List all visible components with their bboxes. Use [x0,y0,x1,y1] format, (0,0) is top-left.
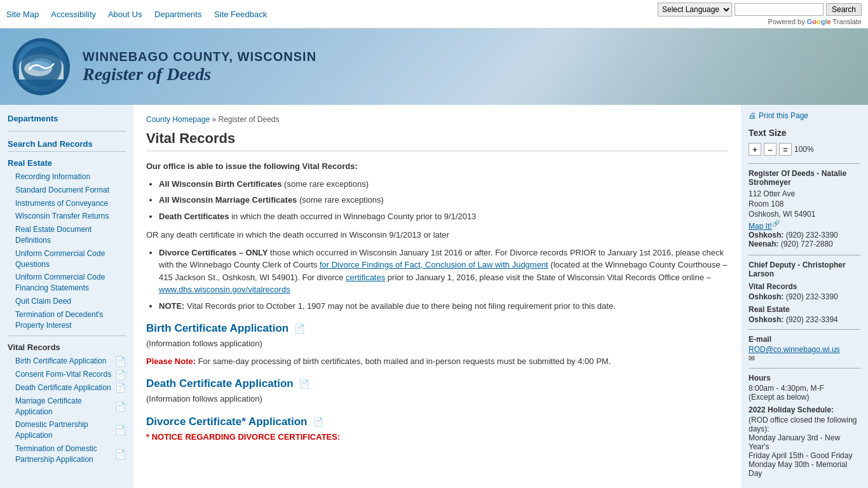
death-bold: Death Certificates [159,212,229,221]
death-cert-sub: (Information follows application) [146,393,728,405]
contact-address-line2: Room 108 [749,200,860,208]
holiday-label: 2022 Holiday Schedule: [749,405,860,414]
sidebar-item-termination-domestic[interactable]: Termination of Domestic Partnership Appl… [0,442,133,466]
county-logo [13,38,70,95]
site-map-link[interactable]: Site Map [6,10,39,19]
breadcrumb-home-link[interactable]: County Homepage [146,115,210,124]
text-size-reset[interactable]: = [779,143,792,156]
translate-row: Powered by Google Translate [768,18,862,25]
termination-domestic-pdf-icon[interactable]: 📄 [115,449,126,459]
sidebar-quit-claim-link[interactable]: Quit Claim Deed [15,296,71,307]
sidebar-instruments-link[interactable]: Instruments of Conveyance [15,198,108,209]
top-nav-right: Select Language Search Powered by Google… [658,3,862,25]
search-row: Select Language Search [658,3,862,17]
breadcrumb-separator: » [212,115,218,124]
death-rest: in which the death occurred in Winnebago… [229,212,477,221]
accessibility-link[interactable]: Accessibility [51,10,96,19]
language-select[interactable]: Select Language [658,3,732,17]
sidebar-ucc-financing-link[interactable]: Uniform Commercial Code Financing Statem… [15,272,126,294]
main-content: County Homepage » Register of Deeds Vita… [133,105,741,488]
domestic-partner-pdf-icon[interactable]: 📄 [115,425,126,435]
top-navigation: Site Map Accessibility About Us Departme… [0,0,868,29]
sidebar-birth-cert-link[interactable]: Birth Certificate Application [15,356,106,367]
sidebar-item-re-doc-def[interactable]: Real Estate Document Definitions [0,223,133,247]
sidebar-item-consent-form[interactable]: Consent Form-Vital Records 📄 [0,368,133,381]
text-size-increase[interactable]: + [749,143,761,156]
re-oshkosh-phone: (920) 232-3394 [786,315,838,324]
divorce-cert-link[interactable]: certificates [346,273,385,282]
sidebar-item-marriage-cert[interactable]: Marriage Certificate Application 📄 [0,395,133,419]
contact-section: Register Of Deeds - Natalie Strohmeyer 1… [749,169,860,248]
search-button[interactable]: Search [826,3,862,16]
sidebar-ucc-questions-link[interactable]: Uniform Commercial Code Questions [15,248,126,270]
or-text: OR any death certificate in which the de… [146,229,728,241]
sidebar-item-quit-claim[interactable]: Quit Claim Deed [0,295,133,308]
consent-form-pdf-icon[interactable]: 📄 [115,370,126,380]
site-feedback-link[interactable]: Site Feedback [214,10,267,19]
divorce-rest3: prior to January 1, 2016, please visit t… [385,273,711,282]
marriage-cert-pdf-icon[interactable]: 📄 [115,402,126,412]
list-item-birth: All Wisconsin Birth Certificates (some r… [159,178,728,191]
sidebar-termination-domestic-link[interactable]: Termination of Domestic Partnership Appl… [15,444,112,465]
death-cert-pdf-icon[interactable]: 📄 [115,383,126,393]
google-brand: Google [807,18,831,25]
breadcrumb: County Homepage » Register of Deeds [146,115,728,124]
sidebar-item-termination-decedent[interactable]: Termination of Decedent's Property Inter… [0,308,133,332]
print-link[interactable]: 🖨 Print this Page [749,111,860,120]
banner-background [550,29,868,105]
search-input[interactable] [735,3,824,16]
sidebar-item-ucc-financing[interactable]: Uniform Commercial Code Financing Statem… [0,271,133,295]
sidebar-item-instruments[interactable]: Instruments of Conveyance [0,197,133,210]
divorce-cert-pdf-link[interactable]: 📄 [313,417,323,427]
sidebar-re-doc-def-link[interactable]: Real Estate Document Definitions [15,224,126,246]
marriage-bold: All Wisconsin Marriage Certificates [159,195,297,205]
sidebar-item-wi-transfer[interactable]: Wisconsin Transfer Returns [0,210,133,223]
sidebar-departments-link[interactable]: Departments [0,111,133,126]
banner-county-name: WINNEBAGO COUNTY, WISCONSIN [83,50,316,64]
text-size-percent: 100% [794,145,814,154]
sidebar-std-doc-link[interactable]: Standard Document Format [15,185,109,196]
sidebar-item-death-cert[interactable]: Death Certificate Application 📄 [0,381,133,395]
text-size-label: Text Size [749,128,860,138]
banner: WINNEBAGO COUNTY, WISCONSIN Register of … [0,29,868,105]
email-link[interactable]: ROD@co.winnebago.wi.us [749,345,840,354]
map-it-link[interactable]: Map It! [749,222,772,231]
divorce-findings-link[interactable]: for Divorce Findings of Fact, Conclusion… [320,260,548,269]
contact-name: Register Of Deeds - Natalie Strohmeyer [749,169,860,187]
email-envelope-icon: ✉ [749,354,755,363]
oshkosh-phone: (920) 232-3390 [786,231,838,240]
neenah-phone: (920) 727-2880 [781,240,833,248]
sidebar-item-ucc-questions[interactable]: Uniform Commercial Code Questions [0,247,133,271]
birth-cert-heading: Birth Certificate Application 📄 [146,322,728,335]
divorce-cert-title: Divorce Certificate* Application [146,416,308,428]
birth-rest: (some rare exceptions) [281,179,369,189]
sidebar-death-cert-link[interactable]: Death Certificate Application [15,383,111,393]
birth-cert-pdf-icon[interactable]: 📄 [115,356,126,367]
sidebar-item-recording-info[interactable]: Recording Information [0,170,133,184]
holiday-item-3: Monday May 30th - Memorial Day [749,460,860,478]
sidebar-item-birth-cert[interactable]: Birth Certificate Application 📄 [0,355,133,368]
sidebar-termination-decedent-link[interactable]: Termination of Decedent's Property Inter… [15,309,126,331]
print-icon: 🖨 [749,111,756,120]
birth-cert-pdf-link[interactable]: 📄 [294,323,305,334]
holiday-note: (ROD office closed the following days): [749,416,860,433]
death-cert-pdf-link[interactable]: 📄 [299,379,309,389]
marriage-rest: (some rare exceptions) [297,195,384,205]
sidebar-search-land-records[interactable]: Search Land Records [0,137,133,151]
dhs-link[interactable]: www.dhs.wisconsin.gov/vitalrecords [159,285,290,294]
departments-link[interactable]: Departments [154,10,201,19]
sidebar-domestic-partner-link[interactable]: Domestic Partnership Application [15,419,112,441]
vital-oshkosh-label: Oshkosh: [749,292,783,301]
sidebar-item-std-doc-format[interactable]: Standard Document Format [0,184,133,197]
birth-cert-note: Please Note: For same-day processing of … [146,355,728,368]
sidebar-consent-form-link[interactable]: Consent Form-Vital Records [15,369,111,380]
sidebar-wi-transfer-link[interactable]: Wisconsin Transfer Returns [15,211,109,222]
about-us-link[interactable]: About Us [108,10,142,19]
vital-records-label: Vital Records [749,282,860,291]
sidebar-marriage-cert-link[interactable]: Marriage Certificate Application [15,396,112,417]
sidebar-item-domestic-partner[interactable]: Domestic Partnership Application 📄 [0,418,133,442]
text-size-decrease[interactable]: – [764,143,776,156]
sidebar-real-estate[interactable]: Real Estate [0,156,133,170]
banner-department-name: Register of Deeds [83,64,316,85]
sidebar-recording-info-link[interactable]: Recording Information [15,172,90,182]
